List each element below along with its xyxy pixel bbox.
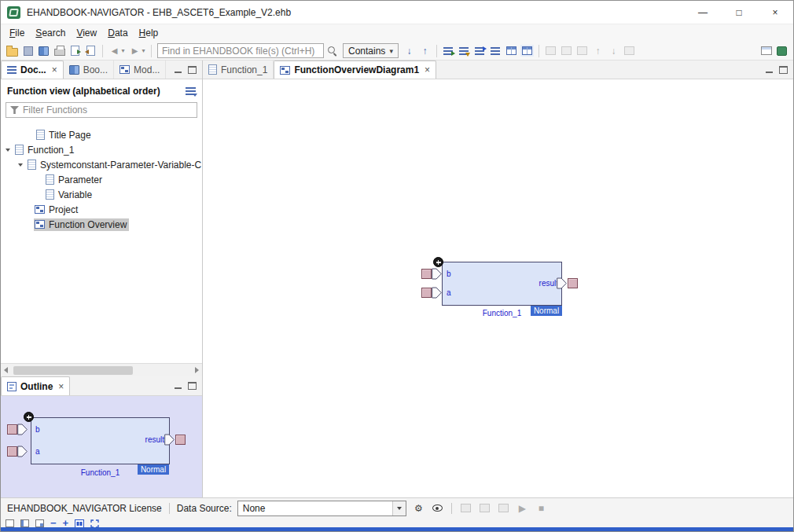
- eye-icon[interactable]: [431, 501, 444, 515]
- find-input[interactable]: [157, 43, 324, 58]
- tree-item-function-1[interactable]: Function_1: [1, 142, 202, 157]
- chevron-down-icon[interactable]: [6, 149, 10, 152]
- minimize-panel-icon[interactable]: [174, 382, 182, 390]
- menu-view[interactable]: View: [71, 26, 102, 40]
- tab-outline[interactable]: Outline ×: [1, 376, 70, 395]
- view-menu-icon[interactable]: [186, 87, 196, 95]
- open-ehandbook-icon[interactable]: [774, 43, 789, 58]
- link-with-editor-icon[interactable]: [472, 43, 487, 58]
- find-next-icon[interactable]: ↓: [402, 43, 417, 58]
- menu-help[interactable]: Help: [134, 26, 164, 40]
- outline-canvas[interactable]: b a result Function_1 Normal: [1, 396, 202, 497]
- move-down-icon[interactable]: ↓: [606, 43, 621, 58]
- export-document-icon[interactable]: [68, 43, 83, 58]
- close-button[interactable]: ×: [757, 1, 793, 24]
- library-icon[interactable]: [36, 43, 51, 58]
- input-port-a[interactable]: [421, 288, 432, 298]
- export-table-icon[interactable]: [559, 43, 574, 58]
- chevron-down-icon[interactable]: [392, 501, 406, 515]
- save-icon[interactable]: [20, 43, 35, 58]
- tree-item-function-overview[interactable]: Function Overview: [1, 217, 202, 232]
- tree-item-title-page[interactable]: Title Page: [1, 127, 202, 142]
- chevron-down-icon[interactable]: [18, 163, 23, 167]
- maximize-panel-icon[interactable]: [188, 66, 197, 74]
- data-source-select[interactable]: None: [237, 501, 406, 516]
- forward-dropdown-icon[interactable]: ▾: [140, 43, 147, 58]
- print-icon[interactable]: [52, 43, 67, 58]
- back-dropdown-icon[interactable]: ▾: [119, 43, 127, 58]
- gray-box-icon: [480, 504, 490, 512]
- menu-search[interactable]: Search: [30, 26, 71, 40]
- expand-block-icon[interactable]: [433, 257, 443, 267]
- scrollbar-thumb[interactable]: [13, 366, 133, 375]
- expand-block-icon[interactable]: [24, 412, 34, 422]
- diagram-icon: [119, 65, 130, 74]
- stop-icon[interactable]: ■: [535, 501, 548, 515]
- move-up-icon[interactable]: ↑: [590, 43, 605, 58]
- sort-list-icon[interactable]: [488, 43, 503, 58]
- gear-icon[interactable]: ⚙: [412, 501, 425, 515]
- horizontal-scrollbar[interactable]: [1, 363, 202, 376]
- maximize-panel-icon[interactable]: [188, 382, 197, 390]
- close-icon[interactable]: ×: [52, 64, 57, 75]
- document-panel-content: Function view (alphabetical order) Title…: [1, 79, 202, 376]
- filter-input[interactable]: [6, 102, 197, 118]
- close-icon[interactable]: ×: [425, 64, 430, 75]
- minimize-button[interactable]: —: [685, 1, 721, 24]
- document-panel-tabs: Doc... × Boo... Mod...: [1, 61, 202, 79]
- refresh-diagram-icon[interactable]: [622, 43, 637, 58]
- tab-documents[interactable]: Doc... ×: [1, 61, 64, 79]
- tab-bookmarks[interactable]: Boo...: [64, 61, 114, 79]
- tree-item-label: Title Page: [49, 130, 91, 141]
- expand-all-icon[interactable]: [441, 43, 456, 58]
- function-view-header-row: Function view (alphabetical order): [1, 79, 202, 99]
- menu-file[interactable]: File: [4, 26, 30, 40]
- port-arrow-icon: [17, 446, 28, 457]
- output-port-result[interactable]: [568, 278, 578, 288]
- find-previous-icon[interactable]: ↑: [417, 43, 432, 58]
- tree-item-systemconstant[interactable]: Systemconstant-Parameter-Variable-C: [1, 157, 202, 172]
- divider: [102, 45, 103, 57]
- menu-data[interactable]: Data: [102, 26, 133, 40]
- input-port-a[interactable]: [7, 446, 17, 457]
- printer-icon: [54, 49, 65, 56]
- tree-item-variable[interactable]: Variable: [1, 187, 202, 202]
- table-view-icon[interactable]: [504, 43, 519, 58]
- play-icon[interactable]: ▶: [516, 501, 529, 515]
- import-document-icon[interactable]: [83, 43, 98, 58]
- minimize-panel-icon[interactable]: [765, 66, 774, 74]
- import-arrow-icon: [86, 46, 95, 56]
- export-diagram-icon[interactable]: [543, 43, 558, 58]
- app-icon: [7, 6, 20, 19]
- input-port-b[interactable]: [7, 424, 17, 435]
- output-port-result[interactable]: [175, 435, 186, 445]
- input-port-b[interactable]: [421, 269, 432, 279]
- tree-item-parameter[interactable]: Parameter: [1, 172, 202, 187]
- state-badge: Normal: [138, 464, 169, 475]
- console-view-icon[interactable]: [759, 43, 774, 58]
- record-icon[interactable]: [459, 501, 472, 515]
- scroll-left-icon[interactable]: [4, 367, 8, 373]
- contains-dropdown[interactable]: Contains ▾: [343, 43, 399, 58]
- search-icon[interactable]: [325, 43, 340, 58]
- diagram-canvas[interactable]: b a result Function_1 Normal: [203, 79, 793, 497]
- list-link-icon: [475, 47, 484, 55]
- tab-models[interactable]: Mod...: [114, 61, 166, 79]
- license-label: EHANDBOOK_NAVIGATOR License: [7, 503, 162, 514]
- maximize-panel-icon[interactable]: [779, 66, 788, 74]
- tab-function-overview-diagram-1[interactable]: FunctionOverviewDiagram1 ×: [274, 61, 436, 79]
- table-frame-view-icon[interactable]: [520, 43, 535, 58]
- tree-item-project[interactable]: Project: [1, 202, 202, 217]
- export-image-icon[interactable]: [575, 43, 590, 58]
- scroll-right-icon[interactable]: [195, 367, 199, 373]
- collapse-all-icon[interactable]: [457, 43, 472, 58]
- document-icon: [28, 160, 36, 170]
- maximize-button[interactable]: □: [721, 1, 757, 24]
- tab-function-1[interactable]: Function_1: [203, 61, 274, 79]
- measure-export-icon[interactable]: [497, 501, 510, 515]
- open-handbook-icon[interactable]: [5, 43, 20, 58]
- close-icon[interactable]: ×: [58, 381, 64, 392]
- minimize-panel-icon[interactable]: [174, 66, 182, 74]
- snapshot-icon[interactable]: [478, 501, 491, 515]
- tree-item-label: Project: [49, 204, 78, 215]
